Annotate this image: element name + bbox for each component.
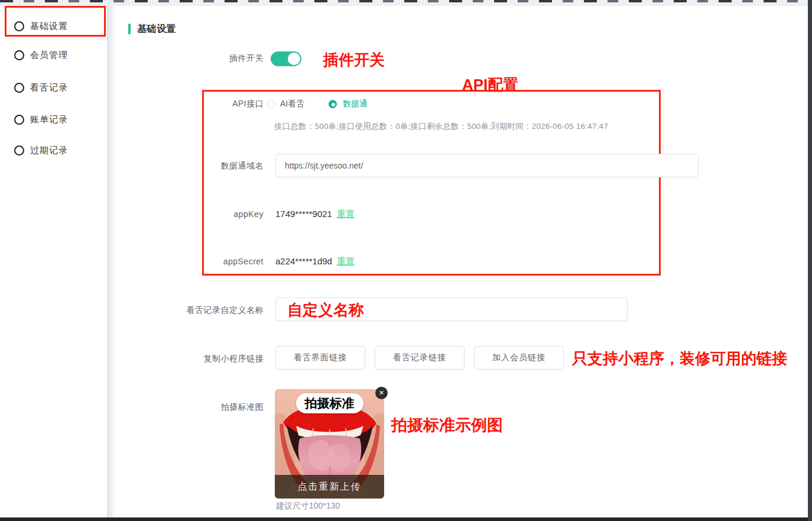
appsecret-reset-link[interactable]: 重置 — [337, 256, 355, 267]
appkey-label: appKey — [118, 209, 264, 219]
sidebar-item-label: 过期记录 — [30, 145, 68, 156]
circle-icon — [14, 115, 24, 125]
section-accent-bar — [128, 24, 131, 34]
circle-icon — [14, 83, 24, 93]
annotation-links-note: 只支持小程序，装修可用的链接 — [572, 348, 787, 369]
window-bottom-edge — [0, 517, 812, 521]
reupload-overlay[interactable]: 点击重新上传 — [275, 475, 384, 499]
radio-ai-kanshe[interactable] — [267, 100, 275, 108]
annotation-custom-name: 自定义名称 — [287, 300, 364, 321]
photo-size-hint: 建议尺寸100*130 — [276, 501, 340, 512]
sidebar-item-label: 账单记录 — [30, 114, 68, 125]
api-quota-info: 接口总数：500单;接口使用总数：0单;接口剩余总数：500单;到期时间：202… — [274, 121, 608, 132]
close-icon[interactable]: ✕ — [375, 387, 388, 399]
sidebar-divider — [107, 6, 115, 517]
sidebar-item-label: 看舌记录 — [30, 82, 68, 93]
domain-label: 数据通域名 — [118, 161, 264, 171]
settings-page: 基础设置 会员管理 看舌记录 账单记录 过期记录 基础设置 插件开关 插件开关 … — [0, 0, 812, 521]
plugin-switch-label: 插件开关 — [118, 53, 264, 64]
sidebar-item-expired-records[interactable]: 过期记录 — [0, 143, 107, 157]
annotation-toggle: 插件开关 — [323, 50, 385, 70]
toggle-knob — [288, 53, 300, 65]
page-title: 基础设置 — [137, 23, 176, 35]
sidebar-item-member-management[interactable]: 会员管理 — [0, 48, 107, 62]
domain-input[interactable] — [275, 154, 699, 177]
appsecret-row: a224*****1d9d 重置 — [275, 256, 355, 267]
sidebar-item-label: 基础设置 — [30, 21, 68, 32]
sidebar: 基础设置 会员管理 看舌记录 账单记录 过期记录 — [0, 6, 107, 517]
copy-links-label: 复制小程序链接 — [118, 354, 264, 364]
window-right-edge — [808, 0, 812, 521]
browser-edge-strip — [0, 0, 812, 6]
appkey-value: 1749*****9021 — [275, 209, 332, 219]
sidebar-item-label: 会员管理 — [30, 50, 68, 61]
photo-standard-label: 拍摄标准图 — [118, 402, 264, 413]
radio-shujutong[interactable] — [329, 100, 337, 108]
circle-icon — [14, 145, 24, 156]
annotation-photo-note: 拍摄标准示例图 — [391, 415, 503, 436]
photo-standard-uploader[interactable]: 点击重新上传 拍摄标准 ✕ — [275, 389, 384, 499]
join-member-link-button[interactable]: 加入会员链接 — [474, 346, 564, 370]
appsecret-label: appSecret — [118, 257, 264, 266]
radio-shujutong-label[interactable]: 数据通 — [343, 99, 368, 109]
custom-name-label: 看舌记录自定义名称 — [118, 305, 264, 316]
radio-ai-kanshe-label[interactable]: AI看舌 — [280, 99, 304, 109]
sidebar-item-tongue-records[interactable]: 看舌记录 — [0, 80, 107, 95]
tongue-ui-link-button[interactable]: 看舌界面链接 — [275, 346, 365, 370]
appsecret-value: a224*****1d9d — [275, 256, 332, 266]
appkey-row: 1749*****9021 重置 — [275, 209, 355, 220]
photo-standard-badge: 拍摄标准 — [296, 393, 363, 413]
circle-icon — [14, 21, 24, 31]
circle-icon — [14, 50, 24, 60]
annotation-api-config: API配置 — [462, 75, 518, 95]
api-interface-label: API接口 — [118, 99, 264, 109]
appkey-reset-link[interactable]: 重置 — [337, 209, 355, 220]
sidebar-item-basic-settings[interactable]: 基础设置 — [0, 19, 107, 33]
plugin-switch-toggle[interactable] — [271, 51, 301, 66]
sidebar-item-bill-records[interactable]: 账单记录 — [0, 112, 107, 127]
tongue-record-link-button[interactable]: 看舌记录链接 — [375, 346, 465, 370]
